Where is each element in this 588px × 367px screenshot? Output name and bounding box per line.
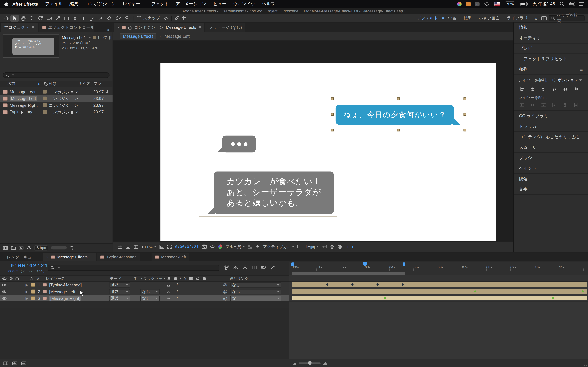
panel-section-character[interactable]: 文字 bbox=[514, 184, 588, 195]
hand-tool[interactable] bbox=[19, 15, 27, 22]
expand-transfer-controls-icon[interactable] bbox=[21, 361, 26, 366]
workspace-overflow-icon[interactable]: » bbox=[532, 16, 541, 20]
menubar-app-name[interactable]: After Effects bbox=[9, 2, 42, 6]
menu-layer[interactable]: レイヤー bbox=[119, 1, 144, 7]
distribute-h-center-icon[interactable] bbox=[561, 102, 570, 108]
selection-handle[interactable] bbox=[464, 129, 466, 131]
work-area-end-handle[interactable] bbox=[403, 262, 405, 266]
tab-composition[interactable]: × コンポジション Message Effects ≡ bbox=[114, 23, 204, 32]
blue-message-bubble[interactable]: ねぇ、今日の夕食何がいい？ bbox=[336, 105, 454, 125]
work-area-start-handle[interactable] bbox=[291, 262, 294, 266]
anchor-point-icon[interactable]: ✧ bbox=[396, 112, 399, 117]
expand-layer-switches-icon[interactable] bbox=[12, 361, 17, 366]
parent-select[interactable]: なし bbox=[230, 289, 281, 294]
layer-duration-bar[interactable] bbox=[292, 289, 587, 294]
panel-menu-icon[interactable]: ≡ bbox=[90, 254, 93, 259]
pickwhip-icon[interactable]: @ bbox=[223, 295, 227, 301]
draft-3d-icon[interactable] bbox=[233, 265, 239, 270]
panel-menu-icon[interactable]: ≡ bbox=[32, 25, 34, 30]
project-row[interactable]: Typing-...age コンポジション 23.97 bbox=[0, 108, 112, 115]
snapshot-camera-icon[interactable] bbox=[202, 244, 207, 249]
motion-blur-icon[interactable] bbox=[261, 265, 267, 270]
panel-section-brushes[interactable]: ブラシ bbox=[514, 153, 588, 163]
selection-handle[interactable] bbox=[464, 97, 466, 100]
camera-view-select[interactable]: アクティブカ... bbox=[263, 244, 294, 249]
layer-name-column[interactable]: レイヤー名 bbox=[46, 275, 65, 281]
selection-handle[interactable] bbox=[397, 129, 400, 131]
expand-arrow-icon[interactable]: ▶ bbox=[26, 295, 28, 301]
camera-tool[interactable] bbox=[45, 15, 53, 22]
panel-menu-icon[interactable]: ≡ bbox=[199, 25, 201, 30]
selection-handle[interactable] bbox=[397, 97, 400, 100]
align-right-icon[interactable] bbox=[539, 86, 548, 92]
menu-list-icon[interactable] bbox=[579, 2, 584, 6]
zoom-out-mountain-icon[interactable] bbox=[293, 362, 297, 365]
tab-footage[interactable]: フッテージ (なし) bbox=[205, 23, 245, 32]
mode-select[interactable]: 通常 bbox=[109, 296, 130, 301]
pen-tool[interactable] bbox=[71, 15, 79, 22]
adjustment-icon[interactable] bbox=[26, 246, 32, 250]
tab-effect-controls[interactable]: エフェクトコントロール bbox=[38, 23, 94, 32]
workspace-menu-icon[interactable]: ≡ bbox=[442, 16, 444, 21]
window-titlebar[interactable]: Adobe After Effects - /Users/mikiomakino… bbox=[0, 8, 588, 14]
mode-select[interactable]: 通常 bbox=[109, 289, 130, 294]
timeline-button-icon[interactable] bbox=[322, 244, 327, 249]
resolution-select[interactable]: フル画質 bbox=[225, 244, 245, 249]
expand-arrow-icon[interactable]: ▶ bbox=[26, 288, 28, 295]
panel-section-cc-libraries[interactable]: CC ライブラリ bbox=[514, 111, 588, 121]
wifi-icon[interactable] bbox=[484, 2, 490, 6]
snap-toggle-icon[interactable] bbox=[137, 16, 141, 21]
panel-section-preview[interactable]: プレビュー bbox=[514, 43, 588, 54]
layer-row-typing-message[interactable]: ▶ 1 [Typing-Message] 通常 / @ なし bbox=[0, 282, 289, 288]
trash-icon[interactable] bbox=[70, 246, 74, 250]
typing-indicator-bubble[interactable] bbox=[222, 136, 256, 152]
fast-previews-icon[interactable] bbox=[256, 244, 260, 249]
col-name[interactable]: 名前 bbox=[8, 81, 37, 86]
zoom-slider-thumb[interactable] bbox=[308, 361, 311, 365]
layer-row-message-right-selected[interactable]: ▶ 3 [Message-Right] 通常 なし / @ なし bbox=[0, 295, 289, 302]
selection-handle[interactable] bbox=[331, 113, 334, 116]
new-composition-icon[interactable] bbox=[19, 246, 24, 250]
menu-file[interactable]: ファイル bbox=[42, 1, 66, 7]
distribute-left-icon[interactable] bbox=[550, 102, 559, 108]
layer-label-chip[interactable] bbox=[31, 289, 35, 294]
panel-section-paragraph[interactable]: 段落 bbox=[514, 174, 588, 184]
tab-timeline-typing-message[interactable]: Typing-Message bbox=[97, 253, 140, 261]
home-icon[interactable] bbox=[2, 15, 10, 22]
safe-margins-icon[interactable] bbox=[159, 244, 164, 249]
graph-editor-icon[interactable] bbox=[270, 265, 276, 270]
orange-app-icon[interactable] bbox=[466, 2, 471, 6]
pickwhip-icon[interactable]: @ bbox=[223, 288, 227, 295]
t-column[interactable]: T bbox=[134, 275, 137, 281]
composition-frame[interactable]: ねぇ、今日の夕食何がいい？ ✧ bbox=[160, 63, 496, 252]
expand-arrow-icon[interactable]: ▶ bbox=[26, 282, 28, 288]
layer-duration-bar[interactable] bbox=[292, 283, 587, 287]
tab-timeline-message-left[interactable]: Message-Left bbox=[151, 253, 190, 261]
layer-eye-icon[interactable] bbox=[2, 288, 7, 295]
control-center-icon[interactable] bbox=[569, 1, 575, 7]
close-tab-icon[interactable]: × bbox=[117, 25, 120, 30]
distribute-bottom-icon[interactable] bbox=[539, 102, 548, 108]
menu-window[interactable]: ウィンドウ bbox=[230, 1, 259, 7]
puppet-pin-tool[interactable] bbox=[123, 15, 131, 22]
panel-section-content-aware-fill[interactable]: コンテンツに応じた塗りつぶし bbox=[514, 132, 588, 142]
layer-track[interactable] bbox=[289, 282, 588, 288]
grid-options-icon[interactable] bbox=[118, 244, 123, 249]
interpret-footage-icon[interactable] bbox=[3, 246, 8, 250]
shape-tool[interactable] bbox=[62, 15, 70, 22]
roto-brush-tool[interactable] bbox=[114, 15, 122, 22]
quality-switch[interactable] bbox=[166, 295, 171, 301]
align-h-center-icon[interactable] bbox=[528, 86, 537, 92]
track-matte-select[interactable]: なし bbox=[140, 289, 160, 294]
snap-options-icon[interactable] bbox=[164, 16, 169, 21]
timeline-search-input[interactable] bbox=[48, 265, 219, 271]
layer-label-chip[interactable] bbox=[31, 296, 35, 300]
type-tool[interactable]: T bbox=[79, 15, 88, 22]
menu-effect[interactable]: エフェクト bbox=[144, 1, 172, 7]
track-matte-column[interactable]: トラックマット bbox=[139, 275, 166, 281]
tab-overflow-icon[interactable]: » bbox=[105, 27, 112, 32]
align-target-select[interactable]: コンポジション bbox=[550, 78, 582, 83]
layer-track[interactable] bbox=[289, 288, 588, 295]
distribute-v-center-icon[interactable] bbox=[528, 102, 537, 108]
tab-timeline-message-effects[interactable]: × Message Effects ≡ bbox=[43, 253, 96, 261]
